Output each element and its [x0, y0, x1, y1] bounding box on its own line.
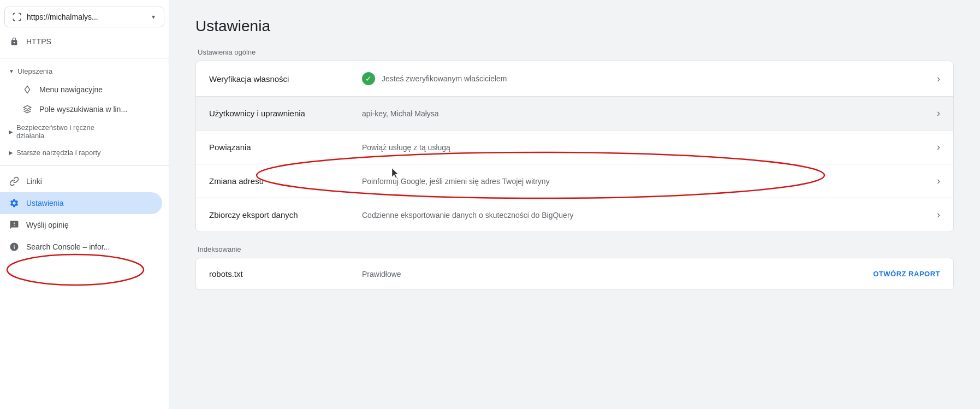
settings-row-zbiorczy-eksport[interactable]: Zbiorczy eksport danych Codzienne ekspor… — [196, 198, 953, 232]
info-icon — [9, 241, 20, 252]
row-label-zbiorczy-eksport: Zbiorczy eksport danych — [209, 210, 362, 220]
chevron-down-icon: ▾ — [152, 13, 155, 21]
diamond-icon — [22, 84, 33, 95]
svg-marker-1 — [23, 105, 31, 109]
https-row: HTTPS — [0, 29, 169, 54]
open-report-button[interactable]: OTWÓRZ RAPORT — [873, 270, 940, 278]
section-label-indeksowanie: Indeksowanie — [195, 245, 954, 253]
feedback-icon — [9, 220, 20, 230]
row-value-zbiorczy-eksport: Codzienne eksportowanie danych o skutecz… — [362, 211, 937, 220]
https-label: HTTPS — [26, 37, 51, 46]
main-content: Ustawienia Ustawienia ogólne Weryfikacja… — [169, 0, 980, 409]
site-url-label: https://michalmalys... — [27, 13, 147, 21]
sidebar-item-pole-wyszukiwania[interactable]: Pole wyszukiwania w lin... — [0, 99, 162, 119]
row-label-uzytkownicy: Użytkownicy i uprawnienia — [209, 109, 362, 118]
uzytkownicy-value-text: api-key, Michał Małysa — [362, 109, 439, 118]
sidebar-item-wyslij-opinie[interactable]: Wyślij opinię — [0, 214, 162, 236]
row-label-zmiana-adresu: Zmiana adresu — [209, 176, 362, 186]
site-selector[interactable]: https://michalmalys... ▾ — [4, 7, 164, 27]
row-value-robots-txt: Prawidłowe — [362, 270, 873, 278]
bezpieczenstwo-section[interactable]: ▶ Bezpieczeństwo i ręcznedziałania — [0, 119, 169, 144]
row-label-weryfikacja: Weryfikacja własności — [209, 74, 362, 84]
zmiana-adresu-value-text: Poinformuj Google, jeśli zmieni się adre… — [362, 177, 550, 186]
page-title: Ustawienia — [195, 17, 954, 35]
settings-row-weryfikacja[interactable]: Weryfikacja własności ✓ Jesteś zweryfiko… — [196, 61, 953, 97]
chevron-right-icon-3: › — [937, 141, 940, 153]
chevron-right-icon-2: › — [937, 108, 940, 119]
row-label-powiazania: Powiązania — [209, 143, 362, 152]
robots-txt-value-text: Prawidłowe — [362, 270, 401, 278]
chevron-right-icon: › — [937, 73, 940, 85]
sidebar-item-label: Menu nawigacyjne — [39, 85, 103, 94]
starsze-narzedzia-section[interactable]: ▶ Starsze narzędzia i raporty — [0, 144, 169, 161]
starsze-narzedzia-label: Starsze narzędzia i raporty — [16, 149, 101, 157]
verified-text: Jesteś zweryfikowanym właścicielem — [382, 74, 507, 83]
chevron-right-icon-4: › — [937, 175, 940, 187]
settings-row-robots-txt[interactable]: robots.txt Prawidłowe OTWÓRZ RAPORT — [196, 258, 953, 289]
settings-row-powiazania[interactable]: Powiązania Powiąż usługę z tą usługą › — [196, 131, 953, 164]
bezpieczenstwo-label: Bezpieczeństwo i ręcznedziałania — [16, 123, 94, 140]
sidebar-item-label: Pole wyszukiwania w lin... — [39, 105, 127, 114]
sidebar-item-menu-nawigacyjne[interactable]: Menu nawigacyjne — [0, 80, 162, 99]
link-icon — [9, 176, 20, 187]
row-value-powiazania: Powiąż usługę z tą usługą — [362, 143, 937, 152]
ulepszenia-section[interactable]: ▼ Ulepszenia — [0, 63, 169, 80]
sidebar-item-linki[interactable]: Linki — [0, 170, 162, 192]
settings-card-indeksowanie: robots.txt Prawidłowe OTWÓRZ RAPORT — [195, 258, 954, 290]
powiazania-value-text: Powiąż usługę z tą usługą — [362, 143, 450, 152]
site-selector-icon — [11, 11, 22, 22]
row-value-zmiana-adresu: Poinformuj Google, jeśli zmieni się adre… — [362, 177, 937, 186]
sidebar-item-label: Linki — [26, 177, 42, 186]
zbiorczy-eksport-value-text: Codzienne eksportowanie danych o skutecz… — [362, 211, 574, 220]
lock-icon — [9, 36, 20, 47]
layers-icon — [22, 104, 33, 115]
expand-right-icon2: ▶ — [9, 150, 13, 156]
sidebar-item-search-console-info[interactable]: Search Console – infor... — [0, 236, 162, 258]
chevron-right-icon-5: › — [937, 209, 940, 221]
sidebar-divider-2 — [0, 165, 169, 166]
sidebar-item-label: Search Console – infor... — [26, 242, 110, 251]
row-value-uzytkownicy: api-key, Michał Małysa — [362, 109, 937, 118]
settings-row-zmiana-adresu[interactable]: Zmiana adresu Poinformuj Google, jeśli z… — [196, 164, 953, 198]
sidebar-item-label: Wyślij opinię — [26, 221, 69, 229]
svg-marker-0 — [25, 86, 29, 93]
gear-icon — [9, 198, 20, 209]
sidebar-item-ustawienia[interactable]: Ustawienia — [0, 192, 162, 214]
expand-icon: ▼ — [9, 68, 14, 74]
sidebar-divider — [0, 58, 169, 58]
verified-icon: ✓ — [362, 72, 375, 85]
section-label-ogolne: Ustawienia ogólne — [195, 48, 954, 56]
row-value-weryfikacja: ✓ Jesteś zweryfikowanym właścicielem — [362, 72, 937, 85]
settings-row-uzytkownicy[interactable]: Użytkownicy i uprawnienia api-key, Micha… — [196, 97, 953, 131]
expand-right-icon: ▶ — [9, 129, 13, 135]
settings-card-ogolne: Weryfikacja własności ✓ Jesteś zweryfiko… — [195, 61, 954, 232]
row-label-robots-txt: robots.txt — [209, 269, 362, 278]
sidebar-item-label: Ustawienia — [26, 199, 63, 208]
ulepszenia-label: Ulepszenia — [17, 67, 52, 75]
